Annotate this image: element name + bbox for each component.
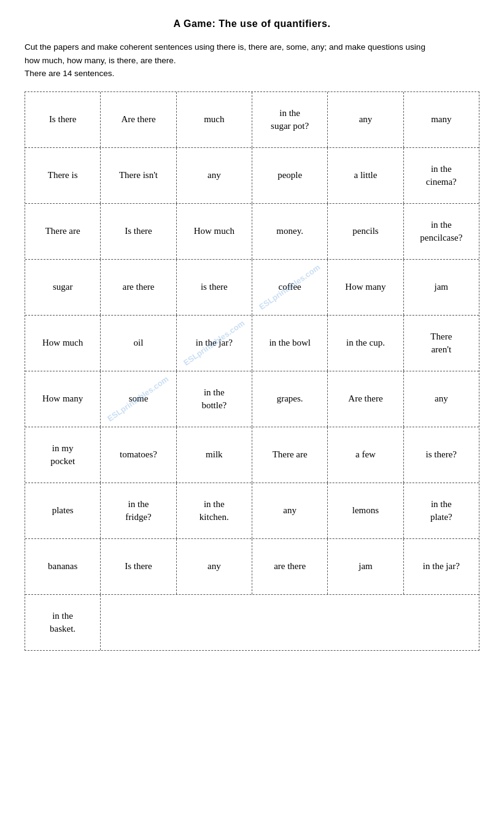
instruction-line3: There are 14 sentences. xyxy=(25,69,114,78)
card-cell: How many xyxy=(25,371,101,427)
card-cell: jam xyxy=(404,260,479,315)
card-cell: ESLprintables.comsome xyxy=(101,371,176,427)
card-cell: in the cup. xyxy=(328,316,403,371)
card-cell: milk xyxy=(177,427,252,483)
grid-row: sugarare thereis thereESLprintables.comc… xyxy=(25,260,479,316)
card-cell: in the bowl xyxy=(252,316,328,371)
card-cell: There are xyxy=(252,427,328,483)
grid-row: platesin thefridge?in thekitchen.anylemo… xyxy=(25,483,479,539)
card-cell: Is there xyxy=(101,204,176,259)
card-cell: in thesugar pot? xyxy=(252,92,328,147)
grid-row: How manyESLprintables.comsomein thebottl… xyxy=(25,371,479,427)
card-cell: There is xyxy=(25,148,101,203)
card-cell: a little xyxy=(328,148,403,203)
card-cell: money. xyxy=(252,204,328,259)
instruction-line2: how much, how many, is there, are there. xyxy=(25,56,176,65)
grid-row: How muchoilESLprintables.comin the jar?i… xyxy=(25,316,479,371)
grid-row: Is thereAre theremuchin thesugar pot?any… xyxy=(25,92,479,148)
card-cell: Is there xyxy=(25,92,101,147)
card-cell: lemons xyxy=(328,483,403,538)
empty-cell xyxy=(101,595,479,650)
card-cell: jam xyxy=(328,539,403,594)
card-cell: How many xyxy=(328,260,403,315)
card-cell: pencils xyxy=(328,204,403,259)
grid-row: There areIs thereHow muchmoney.pencilsin… xyxy=(25,204,479,260)
card-cell: Are there xyxy=(328,371,403,427)
card-cell: sugar xyxy=(25,260,101,315)
card-cell: in thebottle? xyxy=(177,371,252,427)
card-cell: in theplate? xyxy=(404,483,479,538)
card-grid: Is thereAre theremuchin thesugar pot?any… xyxy=(25,91,479,651)
instruction-line1: Cut the papers and make coherent sentenc… xyxy=(25,42,425,52)
card-cell: Is there xyxy=(101,539,176,594)
card-cell: a few xyxy=(328,427,403,483)
grid-row: bananasIs thereanyare therejamin the jar… xyxy=(25,539,479,595)
page-title: A Game: The use of quantifiers. xyxy=(25,18,479,29)
card-cell: There are xyxy=(25,204,101,259)
grid-row: in thebasket. xyxy=(25,595,479,650)
card-cell: There isn't xyxy=(101,148,176,203)
card-cell: much xyxy=(177,92,252,147)
card-cell: many xyxy=(404,92,479,147)
card-cell: any xyxy=(252,483,328,538)
card-cell: any xyxy=(404,371,479,427)
card-cell: any xyxy=(177,539,252,594)
card-cell: tomatoes? xyxy=(101,427,176,483)
card-cell: in thecinema? xyxy=(404,148,479,203)
grid-row: in mypockettomatoes?milkThere area fewis… xyxy=(25,427,479,483)
card-cell: are there xyxy=(101,260,176,315)
card-cell: people xyxy=(252,148,328,203)
card-cell: plates xyxy=(25,483,101,538)
card-cell: How much xyxy=(177,204,252,259)
instructions: Cut the papers and make coherent sentenc… xyxy=(25,41,479,80)
card-cell: any xyxy=(177,148,252,203)
card-cell: in thepencilcase? xyxy=(404,204,479,259)
card-cell: in thefridge? xyxy=(101,483,176,538)
card-cell: oil xyxy=(101,316,176,371)
card-cell: ESLprintables.comcoffee xyxy=(252,260,328,315)
card-cell: in thebasket. xyxy=(25,595,101,650)
card-cell: is there xyxy=(177,260,252,315)
card-cell: in the jar? xyxy=(404,539,479,594)
card-cell: in mypocket xyxy=(25,427,101,483)
card-cell: grapes. xyxy=(252,371,328,427)
grid-row: There isThere isn'tanypeoplea littlein t… xyxy=(25,148,479,204)
card-cell: is there? xyxy=(404,427,479,483)
card-cell: any xyxy=(328,92,403,147)
card-cell: in thekitchen. xyxy=(177,483,252,538)
card-cell: ESLprintables.comin the jar? xyxy=(177,316,252,371)
card-cell: How much xyxy=(25,316,101,371)
card-cell: Therearen't xyxy=(404,316,479,371)
card-cell: are there xyxy=(252,539,328,594)
card-cell: bananas xyxy=(25,539,101,594)
card-cell: Are there xyxy=(101,92,176,147)
